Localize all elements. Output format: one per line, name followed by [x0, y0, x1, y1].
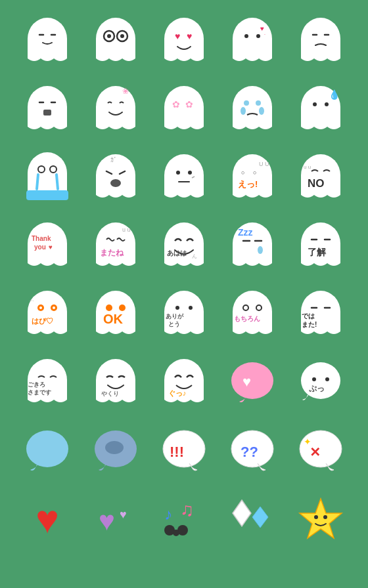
heart-red[interactable]: ♥	[14, 487, 80, 553]
svg-line-52	[37, 175, 38, 189]
svg-point-38	[244, 100, 249, 106]
svg-text:やくり: やくり	[101, 390, 119, 397]
emoji-grid: ♥ ♥ ♥ ·	[12, 7, 356, 555]
svg-marker-165	[300, 499, 342, 538]
svg-text:♥: ♥	[99, 505, 115, 536]
svg-text:Thank: Thank	[32, 235, 51, 242]
svg-point-41	[259, 107, 264, 115]
svg-text:もちろん: もちろん	[234, 315, 260, 322]
svg-text:!!!: !!!	[170, 444, 184, 460]
svg-text:·ᵕ·: ·ᵕ·	[29, 298, 34, 304]
ghost-big-cry[interactable]	[14, 146, 80, 211]
svg-text:??: ??	[241, 444, 258, 460]
svg-text:💧: 💧	[329, 89, 340, 100]
svg-text:ぐっ♪: ぐっ♪	[168, 389, 187, 398]
svg-text:えっ!: えっ!	[238, 179, 258, 189]
svg-text:Zzz: Zzz	[238, 227, 253, 238]
svg-point-44	[313, 102, 317, 106]
svg-point-111	[119, 304, 126, 311]
star-yellow[interactable]	[288, 487, 354, 553]
svg-point-167	[323, 515, 327, 519]
svg-point-39	[256, 100, 261, 106]
svg-text:はぴ♡: はぴ♡	[32, 317, 53, 325]
svg-text:また!: また!	[302, 321, 317, 328]
svg-point-146	[26, 430, 68, 467]
svg-text:♥: ♥	[175, 31, 180, 41]
svg-text:とう: とう	[168, 321, 180, 327]
ghost-no[interactable]: NO u u	[288, 146, 354, 211]
ghost-yaruri[interactable]: やくり	[83, 350, 149, 416]
svg-text:U U: U U	[259, 161, 269, 167]
ghost-love[interactable]: ♥ ·	[219, 9, 285, 75]
ghost-crying-blue[interactable]	[219, 77, 285, 143]
heart-red-icon: ♥	[35, 500, 59, 539]
svg-text:ごきろ: ごきろ	[28, 381, 45, 388]
svg-point-63	[188, 171, 192, 175]
music-notes[interactable]: ♪ ♫	[151, 487, 217, 553]
ghost-sad-plain[interactable]	[288, 9, 354, 75]
svg-point-143	[312, 377, 316, 381]
svg-text:♥: ♥	[49, 243, 53, 251]
ghost-big-eyes[interactable]	[83, 9, 149, 75]
ghost-ahaha[interactable]: あはは ん	[151, 214, 217, 280]
svg-point-94	[258, 246, 263, 254]
svg-point-105	[53, 306, 55, 309]
ghost-plain[interactable]	[14, 9, 80, 75]
svg-text:♥: ♥	[187, 31, 192, 41]
ghost-arigatou[interactable]: ありが とう	[151, 282, 217, 348]
svg-text:✿: ✿	[185, 99, 193, 110]
svg-point-62	[176, 171, 180, 175]
svg-point-115	[175, 306, 179, 310]
svg-point-16	[244, 34, 248, 38]
ghost-shout[interactable]: ｶﾞ	[83, 146, 149, 211]
ghost-ryokai[interactable]: 了解	[288, 214, 354, 280]
svg-marker-163	[233, 500, 251, 526]
svg-text:NO: NO	[308, 177, 325, 190]
svg-point-140	[231, 362, 273, 399]
heart-purple[interactable]: ♥ ♥	[83, 487, 149, 553]
bubble-cross[interactable]: ✦ ✕	[288, 419, 354, 484]
ghost-thankyou[interactable]: Thank you ♥	[14, 214, 80, 280]
svg-text:あはは: あはは	[167, 249, 187, 257]
svg-text:u u: u u	[122, 226, 131, 233]
ghost-matane[interactable]: またね u u	[83, 214, 149, 280]
ghost-mouth-open[interactable]	[14, 77, 80, 143]
bubble-exclaim[interactable]: !!!	[151, 419, 217, 484]
ghost-gokuro[interactable]: ごきろ さまです	[14, 350, 80, 416]
ghost-neutral[interactable]	[151, 146, 217, 211]
svg-text:u u: u u	[304, 164, 311, 170]
svg-marker-164	[252, 507, 268, 528]
diamonds[interactable]	[219, 487, 285, 553]
ghost-smile-flowers[interactable]: ❀	[83, 77, 149, 143]
svg-point-40	[241, 107, 246, 115]
svg-text:♫: ♫	[180, 499, 194, 520]
svg-text:ありが: ありが	[166, 313, 184, 320]
svg-rect-51	[26, 190, 68, 200]
svg-point-166	[314, 515, 318, 519]
bubble-pink-heart[interactable]: ♥	[219, 350, 285, 416]
svg-point-17	[256, 34, 260, 38]
svg-point-8	[107, 34, 111, 38]
svg-point-110	[106, 304, 112, 311]
ghost-putt[interactable]: ぷっ	[288, 350, 354, 416]
bubble-blue-drop[interactable]	[14, 419, 80, 484]
bubble-question[interactable]: ??	[219, 419, 285, 484]
svg-text:♪: ♪	[164, 505, 172, 523]
svg-text:♥: ♥	[242, 373, 251, 390]
ghost-flower-eyes[interactable]: ✿ ✿	[151, 77, 217, 143]
svg-point-50	[50, 166, 57, 173]
ghost-dehamata[interactable]: では また!	[288, 282, 354, 348]
bubble-dark-drop[interactable]	[83, 419, 149, 484]
ghost-ezu[interactable]: ○ ○ えっ! U U	[219, 146, 285, 211]
ghost-happi[interactable]: はぴ♡ ·ᵕ·	[14, 282, 80, 348]
ghost-ok[interactable]: OK	[83, 282, 149, 348]
ghost-mochiron[interactable]: もちろん	[219, 282, 285, 348]
ghost-sweat[interactable]: 💧	[288, 77, 354, 143]
ghost-guu[interactable]: ぐっ♪	[151, 350, 217, 416]
ghost-heart-eyes[interactable]: ♥ ♥	[151, 9, 217, 75]
svg-text:✿: ✿	[172, 99, 180, 110]
svg-text:了解: 了解	[308, 247, 327, 257]
svg-point-58	[110, 179, 121, 187]
svg-text:OK: OK	[103, 312, 124, 326]
ghost-zzz[interactable]: Zzz	[219, 214, 285, 280]
